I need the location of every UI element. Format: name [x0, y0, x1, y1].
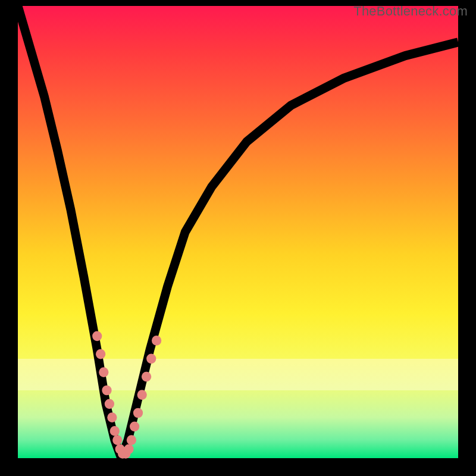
data-marker [137, 390, 147, 400]
data-marker [124, 444, 133, 454]
data-marker [142, 372, 151, 382]
data-marker [92, 331, 102, 341]
bottleneck-curve [18, 6, 458, 458]
data-marker [152, 336, 161, 346]
data-marker [99, 367, 108, 377]
data-marker [146, 353, 156, 364]
data-marker [102, 386, 111, 396]
data-marker [127, 435, 136, 445]
chart-frame [18, 6, 458, 458]
data-marker [96, 349, 105, 359]
data-marker [133, 408, 143, 418]
data-marker [107, 412, 117, 422]
data-marker [110, 426, 120, 436]
data-marker [112, 435, 122, 445]
bottleneck-curve-svg [18, 6, 458, 458]
data-marker [130, 421, 139, 431]
data-marker [105, 399, 114, 409]
